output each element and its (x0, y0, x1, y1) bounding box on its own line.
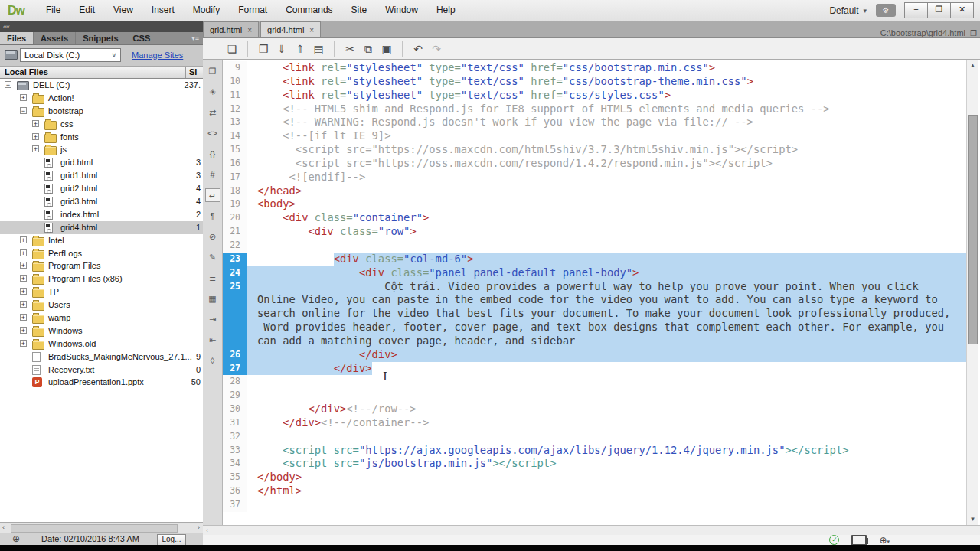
open-documents-icon[interactable]: ❐ (205, 64, 220, 78)
column-divider[interactable] (185, 67, 186, 78)
menu-commands[interactable]: Commands (276, 0, 341, 21)
expand-plus-icon[interactable]: + (20, 288, 27, 295)
panel-horizontal-scrollbar[interactable]: ‹ › (0, 522, 203, 533)
panel-tab-css-designer[interactable]: CSS Designer (126, 32, 192, 44)
collapse-minus-icon[interactable]: − (5, 81, 11, 88)
panel-tab-snippets[interactable]: Snippets (76, 32, 126, 44)
tree-item-perflogs[interactable]: +PerfLogs (0, 247, 203, 260)
tree-item-intel[interactable]: +Intel (0, 234, 203, 247)
save-all-icon[interactable]: ▤ (309, 41, 328, 57)
new-file-icon[interactable]: ❏ (223, 41, 241, 57)
collapse-minus-icon[interactable]: − (20, 107, 27, 114)
expand-plus-icon[interactable]: + (20, 314, 27, 321)
code-vertical-scrollbar[interactable]: ▲ ▼ (966, 60, 978, 525)
validation-check-icon[interactable]: ✓ (829, 535, 839, 545)
tree-item-bootstrap[interactable]: −bootstrap (0, 105, 203, 118)
site-select-dropdown[interactable]: Local Disk (C:) ∨ (20, 48, 121, 62)
format-source-icon[interactable]: ✎ (205, 250, 220, 264)
tree-item-program-files[interactable]: +Program Files (0, 259, 203, 272)
tree-item-fonts[interactable]: +fonts (0, 131, 203, 144)
apply-comment-icon[interactable]: ¶ (205, 209, 220, 223)
remove-comment-icon[interactable]: ⊘ (205, 230, 220, 243)
scroll-left-icon[interactable]: ‹ (2, 523, 5, 533)
close-tab-icon[interactable]: × (247, 26, 252, 34)
restore-button[interactable]: ❐ (927, 2, 951, 18)
tree-item-grid1-html[interactable]: grid1.html3 (0, 169, 203, 182)
expand-plus-icon[interactable]: + (20, 94, 27, 101)
tree-item-grid2-html[interactable]: grid2.html4 (0, 182, 203, 195)
expand-plus-icon[interactable]: + (20, 340, 27, 347)
menu-file[interactable]: File (37, 0, 70, 21)
panel-menu-icon[interactable]: ▾≡ (191, 32, 203, 44)
device-preview-icon[interactable] (851, 535, 867, 546)
tree-item-bradsucks-makingmenervous-27-1[interactable]: BradSucks_MakingMeNervous_27.1...9 (0, 350, 203, 364)
undo-icon[interactable]: ↶ (409, 41, 427, 57)
indent-icon[interactable]: ⇥ (205, 312, 220, 326)
tree-item-tp[interactable]: +TP (0, 285, 203, 298)
panel-tab-assets[interactable]: Assets (34, 32, 76, 44)
tree-item-wamp[interactable]: +wamp (0, 311, 203, 324)
minimize-button[interactable]: − (904, 2, 928, 18)
expand-plus-icon[interactable]: + (32, 120, 39, 127)
preview-globe-icon[interactable]: ⊕▾ (879, 535, 890, 546)
expand-plus-icon[interactable]: + (32, 145, 39, 152)
workspace-switcher-dropdown[interactable]: Default ▾ (829, 5, 867, 16)
expand-plus-icon[interactable]: + (20, 301, 27, 308)
panel-collapse-bar[interactable]: «« (0, 21, 203, 32)
cut-icon[interactable]: ✂ (341, 41, 359, 57)
tree-item-windows[interactable]: +Windows (0, 324, 203, 337)
paste-icon[interactable]: ▣ (377, 41, 396, 57)
tree-item-program-files-x86[interactable]: +Program Files (x86) (0, 272, 203, 285)
tab-grid4-html[interactable]: grid4.html× (260, 21, 321, 37)
restore-window-icon[interactable]: ❐ (970, 29, 980, 37)
tree-item-action[interactable]: +Action! (0, 92, 203, 105)
tree-item-grid-html[interactable]: grid.html3 (0, 156, 203, 169)
menu-site[interactable]: Site (342, 0, 377, 21)
menu-view[interactable]: View (104, 0, 142, 21)
tab-grid-html[interactable]: grid.html× (203, 21, 259, 37)
log-button[interactable]: Log... (157, 534, 186, 546)
menu-edit[interactable]: Edit (70, 0, 104, 21)
menu-format[interactable]: Format (229, 0, 276, 21)
code-horizontal-scrollbar[interactable]: ‹ (203, 525, 980, 535)
balance-braces-icon[interactable]: {} (205, 147, 220, 161)
source-navigation-icon[interactable]: ⇄ (205, 106, 220, 119)
code-view[interactable]: 9 <link rel="stylesheet" type="text/css"… (223, 60, 966, 527)
close-button[interactable]: ✕ (950, 2, 974, 18)
menu-insert[interactable]: Insert (142, 0, 184, 21)
tree-item-grid3-html[interactable]: grid3.html4 (0, 195, 203, 208)
expand-plus-icon[interactable]: + (20, 275, 27, 282)
close-tab-icon[interactable]: × (309, 26, 314, 34)
tree-item-css[interactable]: +css (0, 118, 203, 131)
tree-item-uploadpresentation1-pptx[interactable]: uploadPresentation1.pptx50 (0, 376, 203, 389)
tree-item-windows-old[interactable]: +Windows.old (0, 337, 203, 350)
scroll-left-icon[interactable]: ‹ (206, 526, 208, 535)
expand-plus-icon[interactable]: + (20, 327, 27, 334)
scrollbar-thumb[interactable] (968, 115, 978, 344)
outdent-icon[interactable]: ⇤ (205, 333, 220, 347)
menu-modify[interactable]: Modify (184, 0, 229, 21)
expand-plus-icon[interactable]: + (32, 133, 39, 140)
workspace-gear-icon[interactable]: ⚙ (876, 4, 896, 17)
expand-plus-icon[interactable]: + (20, 236, 27, 243)
open-file-icon[interactable]: ❒ (254, 41, 273, 57)
recent-snippets-icon[interactable]: ≣ (205, 271, 220, 285)
menu-help[interactable]: Help (427, 0, 465, 21)
put-file-icon[interactable]: ⇑ (291, 41, 309, 57)
tree-item-users[interactable]: +Users (0, 298, 203, 311)
get-file-icon[interactable]: ⇓ (273, 41, 291, 57)
scroll-right-icon[interactable]: › (198, 523, 200, 533)
expand-plus-icon[interactable]: + (20, 262, 27, 269)
copy-icon[interactable]: ⧉ (359, 41, 377, 57)
tree-item-js[interactable]: +js (0, 143, 203, 156)
tree-item-dell-c[interactable]: −DELL (C:)237. (0, 79, 203, 92)
file-tree[interactable]: −DELL (C:)237.+Action!−bootstrap+css+fon… (0, 79, 203, 522)
move-css-icon[interactable]: ▦ (205, 292, 220, 305)
word-wrap-icon[interactable]: ↵ (205, 188, 220, 202)
redo-icon[interactable]: ↷ (427, 41, 446, 57)
scroll-down-icon[interactable]: ▼ (967, 514, 978, 525)
freeze-javascript-icon[interactable]: ✳ (205, 85, 220, 99)
line-numbers-icon[interactable]: # (205, 168, 220, 181)
format-bucket-icon[interactable]: ◊ (205, 354, 220, 367)
panel-tab-files[interactable]: Files (0, 32, 34, 44)
